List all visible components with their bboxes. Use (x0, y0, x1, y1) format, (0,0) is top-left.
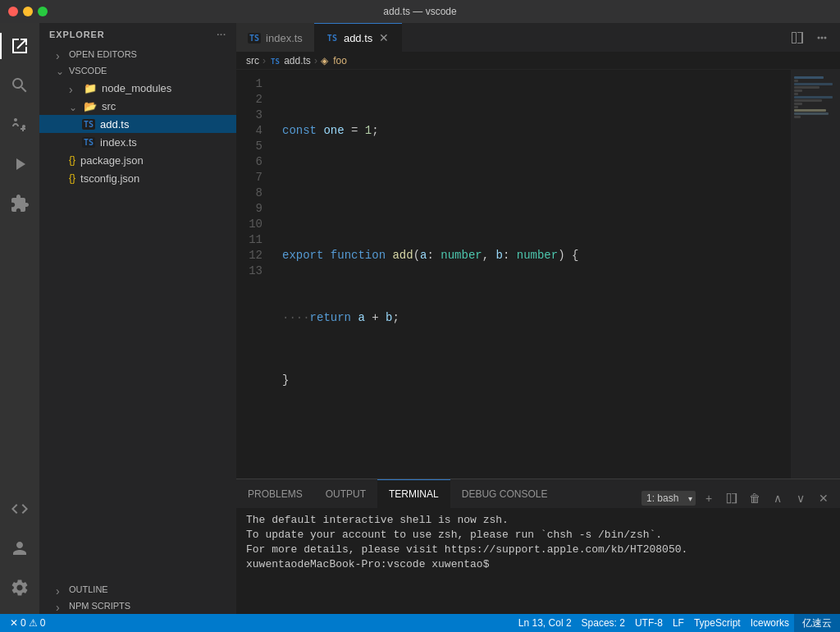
status-encoding[interactable]: UTF-8 (630, 614, 668, 632)
status-line-ending[interactable]: LF (668, 614, 689, 632)
vscode-section[interactable]: VSCODE (39, 62, 236, 79)
status-errors[interactable]: ✕ 0 ⚠ 0 (5, 614, 50, 632)
spaces-label: Spaces: 2 (582, 617, 625, 629)
panel-up-button[interactable]: ∧ (768, 488, 788, 508)
ts-breadcrumb-icon: TS (269, 57, 281, 66)
sidebar-item-add-ts[interactable]: TS add.ts (39, 115, 236, 133)
status-cursor-position[interactable]: Ln 13, Col 2 (514, 614, 577, 632)
vscode-chevron-icon (56, 66, 66, 76)
tab-add-ts[interactable]: TS add.ts ✕ (314, 23, 402, 52)
ts-tab-icon-add: TS (326, 33, 339, 44)
panel-tab-debug[interactable]: DEBUG CONSOLE (450, 479, 559, 508)
run-activity-icon[interactable] (0, 144, 39, 184)
new-terminal-button[interactable]: + (699, 488, 719, 508)
kill-terminal-button[interactable]: 🗑 (745, 488, 765, 508)
remote-activity-icon[interactable] (0, 489, 39, 529)
index-ts-label: index.ts (100, 136, 137, 149)
code-line-3: export function add(a: number, b: number… (276, 248, 791, 263)
breadcrumb-item-file[interactable]: TS add.ts (269, 55, 311, 66)
package-json-label: package.json (80, 154, 144, 167)
panel-close-button[interactable]: ✕ (814, 488, 833, 508)
sidebar-item-package-json[interactable]: {} package.json (39, 151, 236, 169)
warning-count: 0 (40, 617, 46, 629)
outline-section[interactable]: OUTLINE (39, 581, 236, 598)
activity-bar-bottom (0, 489, 39, 614)
sidebar-item-index-ts[interactable]: TS index.ts (39, 133, 236, 151)
explorer-activity-icon[interactable] (0, 26, 39, 66)
status-bar: ✕ 0 ⚠ 0 Ln 13, Col 2 Spaces: 2 UTF-8 LF … (0, 614, 840, 632)
sidebar-more-icon[interactable]: ··· (217, 30, 226, 39)
more-actions-button[interactable] (810, 26, 833, 49)
npm-scripts-section[interactable]: NPM SCRIPTS (39, 598, 236, 614)
sidebar-header: Explorer ··· (39, 23, 236, 46)
extensions-activity-icon[interactable] (0, 184, 39, 223)
sidebar-title: Explorer (49, 30, 105, 39)
terminal-content[interactable]: The default interactive shell is now zsh… (236, 508, 840, 614)
iceworks-label: Iceworks (751, 617, 789, 629)
sidebar-item-tsconfig-json[interactable]: {} tsconfig.json (39, 169, 236, 187)
panel-actions: 1: bash ▾ + 🗑 ∧ ∨ ✕ (641, 488, 840, 508)
src-folder-icon: 📂 (84, 100, 97, 112)
svg-point-1 (821, 36, 824, 39)
title-bar: add.ts — vscode (0, 0, 840, 23)
tab-close-button[interactable]: ✕ (377, 31, 390, 44)
settings-activity-icon[interactable] (0, 568, 39, 607)
breadcrumb-item-symbol[interactable]: ◈ foo (321, 55, 347, 66)
cursor-position-label: Ln 13, Col 2 (518, 617, 572, 629)
panel-down-button[interactable]: ∨ (791, 488, 810, 508)
ts-tab-icon-index: TS (248, 33, 261, 44)
sidebar-item-node-modules[interactable]: 📁 node_modules (39, 79, 236, 97)
status-iceworks[interactable]: Iceworks (746, 614, 794, 632)
account-activity-icon[interactable] (0, 529, 39, 568)
sidebar-item-src[interactable]: 📂 src (39, 97, 236, 115)
sidebar-header-actions[interactable]: ··· (217, 30, 226, 39)
panel-tab-terminal[interactable]: TERMINAL (377, 479, 450, 508)
json-icon-tsconfig: {} (69, 172, 75, 184)
brand-label: 亿速云 (802, 616, 832, 630)
code-editor[interactable]: 1 2 3 4 5 6 7 8 9 10 11 12 13 const one … (236, 70, 840, 479)
sidebar: Explorer ··· OPEN EDITORS VSCODE 📁 node_… (39, 23, 236, 614)
status-bar-left: ✕ 0 ⚠ 0 (0, 614, 50, 632)
terminal-dropdown-wrapper[interactable]: 1: bash ▾ (641, 491, 696, 506)
terminal-line-1: The default interactive shell is now zsh… (246, 513, 830, 528)
split-terminal-button[interactable] (722, 488, 742, 508)
error-count: 0 (21, 617, 26, 629)
window-controls[interactable] (8, 7, 48, 16)
search-activity-icon[interactable] (0, 66, 39, 105)
code-line-5: } (276, 373, 791, 388)
terminal-prompt-line: xuwentaodeMacBook-Pro:vscode xuwentao$ (246, 557, 830, 572)
panel-tab-problems[interactable]: PROBLEMS (236, 479, 314, 508)
tab-index-ts[interactable]: TS index.ts (236, 23, 314, 52)
activity-bar (0, 23, 39, 614)
split-editor-button[interactable] (786, 26, 809, 49)
tabs-bar: TS index.ts TS add.ts ✕ (236, 23, 840, 52)
terminal-line-2: To update your account to use zsh, pleas… (246, 528, 830, 543)
symbol-icon: ◈ (321, 55, 328, 66)
panel-tab-output[interactable]: OUTPUT (314, 479, 377, 508)
code-content[interactable]: const one = 1; export function add(a: nu… (276, 70, 791, 479)
status-bar-right: Ln 13, Col 2 Spaces: 2 UTF-8 LF TypeScri… (514, 614, 840, 632)
warning-icon: ⚠ (29, 617, 38, 629)
status-spaces[interactable]: Spaces: 2 (577, 614, 630, 632)
language-label: TypeScript (694, 617, 741, 629)
source-control-activity-icon[interactable] (0, 105, 39, 144)
terminal-shell-select[interactable]: 1: bash (641, 491, 696, 506)
status-language[interactable]: TypeScript (689, 614, 746, 632)
outline-label: OUTLINE (69, 584, 108, 594)
encoding-label: UTF-8 (635, 617, 663, 629)
breadcrumb-item-src[interactable]: src (246, 55, 259, 66)
outline-chevron-icon (56, 584, 66, 594)
terminal-line-3: For more details, please visit https://s… (246, 543, 830, 557)
debug-console-label: DEBUG CONSOLE (462, 488, 548, 500)
npm-scripts-chevron-icon (56, 601, 66, 611)
maximize-button[interactable] (38, 7, 48, 16)
bottom-panel: PROBLEMS OUTPUT TERMINAL DEBUG CONSOLE 1… (236, 479, 840, 614)
close-button[interactable] (8, 7, 18, 16)
open-editors-section[interactable]: OPEN EDITORS (39, 46, 236, 62)
tab-add-ts-label: add.ts (344, 32, 372, 44)
src-chevron-icon (69, 101, 79, 111)
minimize-button[interactable] (23, 7, 33, 16)
main-layout: Explorer ··· OPEN EDITORS VSCODE 📁 node_… (0, 23, 840, 614)
error-icon: ✕ (10, 617, 18, 629)
breadcrumb-sep-1: › (262, 55, 266, 66)
